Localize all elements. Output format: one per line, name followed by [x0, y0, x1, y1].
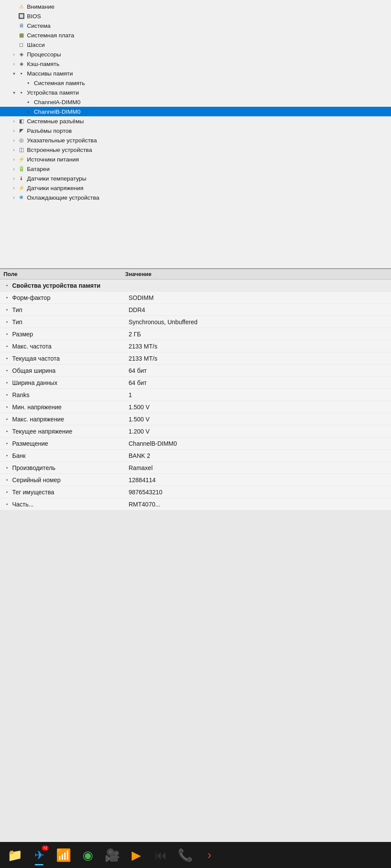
props-row: ▪ Текущая частота 2133 MT/s: [0, 352, 391, 365]
tree-item-portconn[interactable]: › ◤ Разъёмы портов: [0, 126, 391, 135]
tree-item-mobo[interactable]: ▦ Системная плата: [0, 30, 391, 40]
taskbar-item-arrow[interactable]: ›: [198, 844, 221, 866]
tree-toggle-collapse[interactable]: ›: [10, 128, 17, 133]
props-field-cell: ▪ Серийный номер: [3, 477, 125, 483]
field-label: Банк: [12, 452, 26, 459]
props-value-cell: BANK 2: [125, 452, 388, 459]
tree-icon-cache: ◈: [17, 60, 25, 67]
props-row: ▪ Макс. напряжение 1.500 V: [0, 413, 391, 425]
tree-icon-chassis: ◻: [17, 41, 25, 48]
tree-item-channelB[interactable]: ▪ ChannelB-DIMM0: [0, 107, 391, 116]
tree-toggle-collapse[interactable]: ›: [10, 186, 17, 191]
tree-toggle-expand[interactable]: ▾: [10, 90, 17, 95]
taskbar-item-files[interactable]: 📁: [3, 844, 26, 866]
props-row: ▪ Тип DDR4: [0, 304, 391, 316]
props-row: ▪ Ranks 1: [0, 389, 391, 401]
tree-toggle-collapse[interactable]: ›: [10, 176, 17, 181]
tree-icon-memory: ▪: [24, 108, 32, 115]
tree-toggle-collapse[interactable]: ›: [10, 52, 17, 57]
props-value-cell: SODIMM: [125, 294, 388, 301]
props-row: ▪ Форм-фактор SODIMM: [0, 292, 391, 304]
tree-icon-battery: 🔋: [17, 165, 25, 172]
tree-icon-memory: ▪: [24, 79, 32, 86]
tree-item-channelA[interactable]: ▪ ChannelA-DIMM0: [0, 97, 391, 107]
tree-item-cooling[interactable]: › ❄ Охлаждающие устройства: [0, 193, 391, 202]
field-label: Производитель: [12, 464, 56, 471]
tree-item-label: Датчики напряжения: [27, 185, 83, 191]
props-row: ▪ Макс. частота 2133 MT/s: [0, 340, 391, 352]
field-icon: ▪: [3, 343, 10, 349]
props-field-cell: ▪ Размер: [3, 331, 125, 338]
taskbar-item-player[interactable]: ▶: [125, 844, 148, 866]
field-label: Макс. напряжение: [12, 416, 64, 423]
props-row: ▪ Размещение ChannelB-DIMM0: [0, 437, 391, 450]
tree-toggle-collapse[interactable]: ›: [10, 62, 17, 66]
taskbar-badge: 72: [42, 845, 49, 851]
tree-item-cache[interactable]: › ◈ Кэш-память: [0, 59, 391, 69]
tree-item-cpu[interactable]: › ◈ Процессоры: [0, 49, 391, 59]
tree-item-sysmem[interactable]: ▪ Системная память: [0, 78, 391, 88]
tree-toggle-collapse[interactable]: ›: [10, 148, 17, 152]
props-row: ▪ Мин. напряжение 1.500 V: [0, 401, 391, 413]
tree-item-label: Источники питания: [27, 156, 79, 163]
tree-icon-mobo: ▦: [17, 32, 25, 39]
taskbar-item-telegram[interactable]: ✈ 72: [28, 844, 50, 866]
props-value-header: Значение: [125, 271, 388, 277]
tree-icon-temp: 🌡: [17, 175, 25, 182]
tree-item-temp[interactable]: › 🌡 Датчики температуры: [0, 174, 391, 183]
tree-item-label: Встроенные устройства: [27, 147, 92, 153]
tree-item-slots[interactable]: › ◧ Системные разъёмы: [0, 116, 391, 126]
tree-item-label: Процессоры: [27, 51, 61, 58]
props-value-cell: 1.200 V: [125, 428, 388, 435]
taskbar-item-camera[interactable]: 🎥: [101, 844, 123, 866]
taskbar-item-phone[interactable]: 📞: [174, 844, 196, 866]
tree-item-label: Шасси: [27, 42, 45, 48]
taskbar: 📁 ✈ 72 📶 ◉ 🎥 ▶ ⏮ 📞 ›: [0, 842, 391, 868]
tree-item-memarray[interactable]: ▾ ▪ Массивы памяти: [0, 69, 391, 78]
tree-item-system[interactable]: 🖥 Система: [0, 21, 391, 30]
tree-toggle-collapse[interactable]: ›: [10, 157, 17, 162]
tree-item-memdevices[interactable]: ▾ ▪ Устройства памяти: [0, 88, 391, 97]
tree-item-powersrc[interactable]: › ⚡ Источники питания: [0, 155, 391, 164]
field-label: Мин. напряжение: [12, 404, 62, 411]
props-row: ▪ Общая ширина 64 бит: [0, 365, 391, 377]
taskbar-icon-chrome: ◉: [83, 848, 93, 862]
field-icon: ▪: [3, 416, 10, 422]
props-value-cell: 1: [125, 391, 388, 398]
field-icon: ▪: [3, 501, 10, 507]
field-icon: ▪: [3, 368, 10, 374]
tree-toggle-collapse[interactable]: ›: [10, 138, 17, 143]
props-field-cell: ▪ Часть...: [3, 501, 125, 508]
props-row: ▪ Ширина данных 64 бит: [0, 377, 391, 389]
props-row: ▪ Серийный номер 12884114: [0, 474, 391, 486]
field-icon: ▪: [3, 355, 10, 362]
props-value-cell: 2133 MT/s: [125, 355, 388, 362]
tree-toggle-collapse[interactable]: ›: [10, 167, 17, 171]
taskbar-icon-media: ⏮: [155, 848, 167, 862]
taskbar-item-media[interactable]: ⏮: [149, 844, 172, 866]
props-field-cell: ▪ Макс. напряжение: [3, 416, 125, 423]
props-field-cell: ▪ Тег имущества: [3, 489, 125, 496]
tree-item-battery[interactable]: › 🔋 Батареи: [0, 164, 391, 174]
tree-item-warning[interactable]: ⚠ Внимание: [0, 2, 391, 11]
tree-item-label: Разъёмы портов: [27, 128, 72, 134]
tree-item-pointing[interactable]: › ◎ Указательные устройства: [0, 135, 391, 145]
tree-item-bios[interactable]: 🔲 BIOS: [0, 11, 391, 21]
tree-toggle-collapse[interactable]: ›: [10, 195, 17, 200]
tree-item-chassis[interactable]: ◻ Шасси: [0, 40, 391, 49]
field-icon: ▪: [3, 489, 10, 495]
tree-icon-cooling: ❄: [17, 194, 25, 201]
tree-toggle-expand[interactable]: ▾: [10, 71, 17, 76]
taskbar-item-wifi[interactable]: 📶: [52, 844, 75, 866]
field-icon: ▪: [3, 331, 10, 337]
props-value-cell: 2133 MT/s: [125, 343, 388, 350]
props-value-cell: 2 ГБ: [125, 331, 388, 338]
field-label: Общая ширина: [12, 367, 56, 374]
tree-toggle-collapse[interactable]: ›: [10, 119, 17, 124]
tree-item-label: Охлаждающие устройства: [27, 194, 99, 201]
tree-item-label: Системная память: [34, 80, 85, 86]
tree-item-embedded[interactable]: › ◫ Встроенные устройства: [0, 145, 391, 155]
tree-item-voltage[interactable]: › ⚡ Датчики напряжения: [0, 183, 391, 193]
taskbar-item-chrome[interactable]: ◉: [76, 844, 99, 866]
field-label: Серийный номер: [12, 477, 61, 483]
